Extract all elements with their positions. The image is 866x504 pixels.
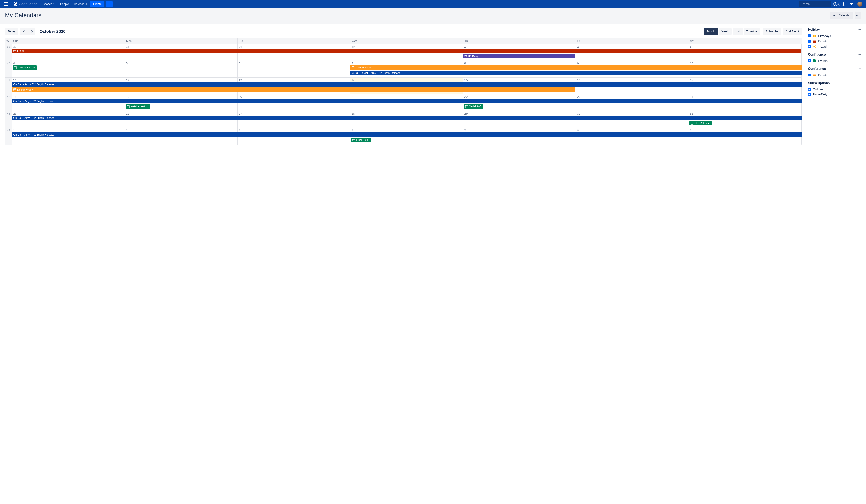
search-input[interactable] xyxy=(801,2,836,6)
event-bar[interactable]: On Call - Amy - 7.2 Bugfix Release xyxy=(12,99,802,103)
day-header: Thu xyxy=(463,38,576,44)
event-bar[interactable]: LTS Release xyxy=(689,121,712,125)
day-number: 18 xyxy=(13,95,16,99)
event-bar[interactable]: On Call - Amy - 7.2 Bugfix Release xyxy=(12,132,802,137)
checkbox-icon[interactable] xyxy=(808,34,811,37)
event-bar[interactable]: 20:30Busy xyxy=(463,54,576,58)
day-number: 14 xyxy=(352,78,355,82)
day-number: 6 xyxy=(577,128,579,132)
avatar[interactable] xyxy=(857,2,862,7)
add-calendar-button[interactable]: Add Calendar xyxy=(830,12,853,19)
checkbox-icon[interactable] xyxy=(808,45,811,48)
nav-people[interactable]: People xyxy=(58,0,71,8)
current-period-label: October 2020 xyxy=(40,29,65,34)
checkbox-icon[interactable] xyxy=(808,93,811,96)
next-button[interactable] xyxy=(28,28,35,35)
sidebar-calendar-item[interactable]: Birthdays xyxy=(808,33,861,38)
prev-button[interactable] xyxy=(20,28,27,35)
event-bar[interactable]: QA Kickoff xyxy=(464,104,483,109)
view-month[interactable]: Month xyxy=(704,28,718,35)
event-title: Design Week xyxy=(17,88,33,92)
day-number: 3 xyxy=(690,45,691,48)
menu-icon[interactable] xyxy=(4,2,9,7)
calendar-icon xyxy=(465,105,468,108)
calendar-day-cell[interactable]: 6 xyxy=(237,61,351,77)
nav-more-button[interactable] xyxy=(106,1,113,7)
sidebar-section-title: Holiday xyxy=(808,28,858,32)
sidebar-calendar-item[interactable]: Events xyxy=(808,72,861,78)
svg-rect-11 xyxy=(14,67,16,69)
day-number: 27 xyxy=(238,112,242,115)
week-number-header: W xyxy=(5,38,12,44)
svg-point-6 xyxy=(843,3,844,5)
page-title: My Calendars xyxy=(5,12,830,19)
help-icon[interactable]: ? xyxy=(832,1,839,7)
brand[interactable]: Confluence xyxy=(13,2,37,6)
event-bar[interactable]: Installer testing xyxy=(125,104,151,109)
nav-spaces[interactable]: Spaces xyxy=(40,0,58,8)
event-bar[interactable]: 21:00On Call - Amy - 7.2 Bugfix Release xyxy=(351,71,802,75)
sidebar-calendar-item[interactable]: PagerDuty xyxy=(808,92,861,97)
brand-label: Confluence xyxy=(19,2,37,6)
calendar-icon xyxy=(813,39,817,43)
svg-rect-23 xyxy=(813,40,816,43)
subscribe-button[interactable]: Subscribe xyxy=(763,28,781,35)
day-number: 16 xyxy=(577,78,581,82)
event-bar[interactable]: Final Build xyxy=(351,138,371,142)
sidebar-calendar-item[interactable]: Travel xyxy=(808,44,861,49)
day-number: 4 xyxy=(352,128,353,132)
checkbox-icon[interactable] xyxy=(808,40,811,43)
svg-rect-10 xyxy=(13,50,16,52)
day-number: 11 xyxy=(13,78,16,82)
calendar-week-row: 441234567On Call - Amy - 7.2 Bugfix Rele… xyxy=(5,128,802,145)
view-week[interactable]: Week xyxy=(719,28,732,35)
event-bar[interactable]: Leave xyxy=(12,49,801,53)
view-timeline[interactable]: Timeline xyxy=(744,28,760,35)
sidebar-section: HolidayBirthdaysEventsTravel xyxy=(808,28,861,49)
day-number: 17 xyxy=(690,78,693,82)
settings-icon[interactable] xyxy=(840,1,847,7)
event-bar[interactable]: On Call - Amy - 7.2 Bugfix Release xyxy=(12,116,802,120)
sidebar-calendar-item[interactable]: Events xyxy=(808,58,861,63)
create-button[interactable]: Create xyxy=(90,1,104,7)
notifications-icon[interactable] xyxy=(848,1,855,7)
checkbox-icon[interactable] xyxy=(808,74,811,76)
sidebar-item-label: PagerDuty xyxy=(813,92,828,96)
calendar-icon xyxy=(813,59,817,63)
today-button[interactable]: Today xyxy=(5,28,18,35)
search-box[interactable] xyxy=(799,1,831,7)
event-bar[interactable]: On Call - Amy - 7.2 Bugfix Release xyxy=(12,82,802,87)
day-number: 1 xyxy=(464,45,466,48)
section-more-icon[interactable] xyxy=(858,29,861,30)
sidebar-calendar-item[interactable]: Outlook xyxy=(808,87,861,92)
week-number: 41 xyxy=(5,78,12,94)
sidebar-section-header: Confluence xyxy=(808,53,861,56)
day-number: 26 xyxy=(126,112,130,115)
event-title: LTS Release xyxy=(695,121,710,125)
svg-point-18 xyxy=(858,29,858,30)
event-bar[interactable]: Design Week xyxy=(351,65,802,70)
checkbox-icon[interactable] xyxy=(808,59,811,62)
sidebar-section-title: Subscriptions xyxy=(808,81,861,85)
plane-icon xyxy=(813,45,817,48)
view-list[interactable]: List xyxy=(733,28,743,35)
day-number: 5 xyxy=(126,61,127,65)
sidebar-calendar-item[interactable]: Events xyxy=(808,38,861,44)
day-number: 1 xyxy=(13,128,15,132)
nav-calendars[interactable]: Calendars xyxy=(71,0,89,8)
event-bar[interactable]: Design Week xyxy=(12,88,576,92)
section-more-icon[interactable] xyxy=(858,68,861,69)
add-event-button[interactable]: Add Event xyxy=(783,28,802,35)
page-more-button[interactable] xyxy=(855,12,861,19)
day-header: Wed xyxy=(351,38,463,44)
checkbox-icon[interactable] xyxy=(808,88,811,91)
svg-point-29 xyxy=(859,68,860,69)
svg-rect-27 xyxy=(813,59,816,62)
day-header: Fri xyxy=(576,38,689,44)
calendar-day-cell[interactable]: 5 xyxy=(125,61,238,77)
section-more-icon[interactable] xyxy=(858,54,861,55)
page-header: My Calendars Add Calendar xyxy=(0,8,866,24)
event-bar[interactable]: Project Kickoff xyxy=(13,65,37,70)
svg-point-9 xyxy=(859,15,859,15)
calendar-icon xyxy=(691,122,693,125)
